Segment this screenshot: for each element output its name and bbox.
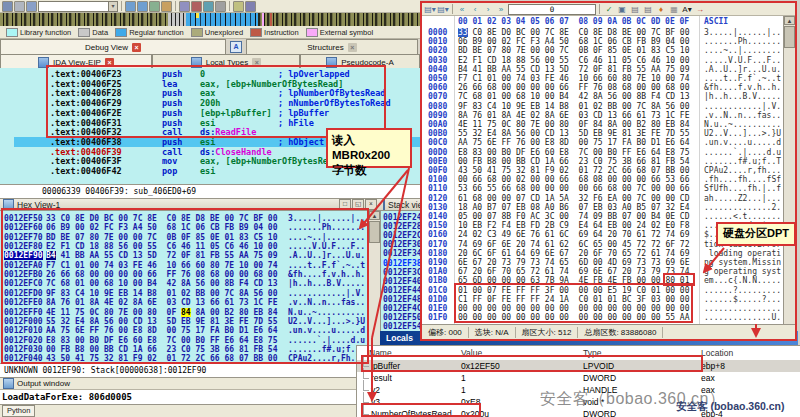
hex-row[interactable]: 0012F00055 32 E4 8A 56 00 CD 13 5D EB 9E… (0, 317, 380, 326)
nav-forward-icon[interactable] (137, 1, 148, 12)
disasm-row[interactable]: .text:00406F2Epush[ebp+lpBuffer]; lpBuff… (14, 108, 420, 118)
locals-row[interactable]: lpBuffer0x12EF50LPVOIDebp+8 (357, 360, 800, 372)
search-icon[interactable] (245, 1, 256, 12)
stack-row[interactable]: 0012EF24 (383, 213, 421, 222)
go-forward-icon[interactable]: › (482, 4, 494, 15)
scroll-thumb[interactable] (784, 26, 795, 48)
exit-icon[interactable]: → (694, 4, 706, 15)
hex-row[interactable]: 010000 66 68 00 02 00 00 66 68 08 00 00 … (422, 175, 795, 184)
stack-row[interactable]: 0012EF30 (383, 240, 421, 249)
close-icon[interactable]: × (105, 58, 114, 67)
font-icon[interactable]: A▾ (681, 4, 693, 15)
close-icon[interactable]: × (252, 58, 261, 67)
hex-row[interactable]: 00D0E8 83 00 B0 DF E6 60 E8 7C 00 B0 FF … (422, 148, 795, 157)
font-a-icon[interactable]: A (230, 41, 242, 53)
debugger-icon[interactable] (179, 1, 190, 12)
hex-row[interactable]: 00809F 83 C4 10 9E EB 14 B8 01 02 BB 00 … (422, 102, 795, 111)
hex-row[interactable]: 0012F04043 50 41 75 32 81 F9 02 01 72 2C… (0, 354, 380, 363)
hex-row[interactable]: 01B065 6D 00 00 00 63 7B 9A 4E FB 4E FB … (422, 276, 795, 285)
nav-back-icon[interactable] (125, 1, 136, 12)
pause-icon[interactable] (161, 1, 172, 12)
burn-icon[interactable]: ♦ (655, 4, 667, 15)
save-icon[interactable]: ▣ (616, 4, 628, 15)
locals-col-type[interactable]: Type (583, 348, 601, 358)
close-icon[interactable]: × (348, 43, 357, 52)
hex-row[interactable]: 013018 A0 B7 07 EB 08 A0 B6 07 EB 03 A0 … (422, 203, 795, 212)
disasm-row[interactable]: .text:00406F23push0; lpOverlapped (14, 69, 420, 79)
python-prompt[interactable]: Python (2, 405, 35, 417)
tab-pseudocode-a[interactable]: Pseudocode-A (300, 54, 420, 69)
close-icon[interactable]: × (132, 43, 141, 52)
calculator-icon[interactable]: ▦ (668, 4, 680, 15)
stack-row[interactable]: 0012EF34 (383, 249, 421, 258)
hexview-titlebar[interactable]: Hex View-1 □ ◱ × (0, 198, 380, 211)
navigation-band[interactable] (0, 13, 420, 27)
hex-row[interactable]: 0050F7 C1 01 00 74 03 FE 46 10 66 60 80 … (422, 74, 795, 83)
stackview-body[interactable]: 0012EF240012EF280012EF2C0012EF300012EF34… (380, 211, 421, 331)
tab-debug-view[interactable]: Debug View × (0, 39, 226, 54)
tab-ida-view-eip[interactable]: IDA View-EIP × (0, 54, 152, 69)
new-file-icon[interactable] (2, 1, 13, 12)
stack-row[interactable]: 0012EF48 (383, 295, 421, 304)
hex-row[interactable]: 0012EFA0F7 C1 01 00 74 03 FE 46 10 66 60… (0, 261, 380, 270)
stack-row[interactable]: 0012EF3C (383, 268, 421, 277)
hex-row[interactable]: 011053 66 55 66 68 00 00 00 00 66 68 00 … (422, 184, 795, 193)
hex-editor-scrollbar[interactable]: ▲ (783, 16, 795, 324)
hex-row[interactable]: 00E000 FB B8 00 BB CD 1A 66 23 C0 75 3B … (422, 157, 795, 166)
step-over-icon[interactable] (215, 1, 226, 12)
maximize-icon[interactable]: □ (339, 199, 351, 210)
hex-row[interactable]: 006026 66 68 00 00 00 00 66 FF 76 08 68 … (422, 83, 795, 92)
hex-row[interactable]: 01A067 20 6F 70 65 72 61 74 69 6E 67 20 … (422, 267, 795, 276)
address-combo[interactable]: ▾ (38, 1, 118, 12)
hex-row[interactable]: 00908A 76 01 8A 4E 02 8A 6E 03 CD 13 66 … (422, 111, 795, 120)
disasm-row[interactable]: .text:00406F31pushesi; hFile (14, 118, 420, 128)
doc-check-icon[interactable]: ✓ (603, 4, 615, 15)
stack-row[interactable]: 0012EF4C (383, 304, 421, 313)
hex-row[interactable]: 00C0AA 75 6E FF 76 00 E8 8D 00 75 17 FA … (422, 138, 795, 147)
hex-row[interactable]: 0012EF90B4 41 BB AA 55 CD 13 5D 72 0F 81… (0, 251, 380, 260)
stack-row[interactable]: 0012EF38 (383, 259, 421, 268)
breakpoint-icon[interactable] (233, 1, 244, 12)
locals-col-value[interactable]: Value (461, 348, 482, 358)
hex-row[interactable]: 00707C 68 01 00 68 10 00 B4 42 8A 56 00 … (422, 92, 795, 101)
go-back-icon[interactable]: ‹ (469, 4, 481, 15)
run-icon[interactable] (149, 1, 160, 12)
locals-col-location[interactable]: Location (701, 348, 733, 358)
save-icon[interactable] (26, 1, 37, 12)
disasm-row[interactable]: .text:00406F28pusheax; lpNumberOfBytesRe… (14, 88, 420, 98)
hex-row[interactable]: 0012F010AA 75 6E FF 76 00 E8 8D 00 75 17… (0, 326, 380, 335)
hex-row[interactable]: 01E000 00 00 00 00 00 00 00 00 00 00 00 … (422, 304, 795, 313)
hex-row[interactable]: 012061 68 00 00 07 CD 1A 5A 32 F6 EA 00 … (422, 194, 795, 203)
hex-row[interactable]: 0020BD BE 07 80 7E 00 00 7C 0B 0F 85 0E … (422, 46, 795, 55)
hex-row[interactable]: 0040B4 41 BB AA 55 CD 13 5D 72 0F 81 FB … (422, 65, 795, 74)
float-icon[interactable]: ◱ (352, 199, 364, 210)
scroll-up-icon[interactable]: ▲ (784, 16, 795, 25)
locals-col-name[interactable]: Name (369, 348, 392, 358)
hex-row[interactable]: 0012EFC07C 68 01 00 68 10 00 B4 42 8A 56… (0, 279, 380, 288)
disasm-row[interactable]: .text:00406F25leaeax, [ebp+NumberOfBytes… (14, 79, 420, 89)
view-dropdown2-icon[interactable]: ▤▾ (437, 4, 449, 15)
go-last-icon[interactable]: » (495, 4, 507, 15)
hex-row[interactable]: 000033 C0 8E D0 BC 00 7C 8E C0 8E D8 BE … (422, 28, 795, 37)
hex-row[interactable]: 0030E2 F1 CD 18 88 56 00 55 C6 46 11 05 … (422, 56, 795, 65)
view-dropdown-icon[interactable]: ▤▾ (424, 4, 436, 15)
hex-row[interactable]: 01C001 00 07 FE FF FF 3F 00 00 00 E5 19 … (422, 286, 795, 295)
stop-icon[interactable] (191, 1, 202, 12)
tab-structures[interactable]: Structures × (246, 39, 418, 54)
hex-row[interactable]: 018020 6C 6F 61 64 69 6E 67 20 6F 70 65 … (422, 249, 795, 258)
hexview-body[interactable]: ▲ 0012EF5033 C0 8E D0 BC 00 7C 8E C0 8E … (0, 211, 380, 363)
hex-row[interactable]: 00B055 32 E4 8A 56 00 CD 13 5D EB 9E 81 … (422, 129, 795, 138)
hex-row[interactable]: 00F043 50 41 75 32 81 F9 02 01 72 2C 66 … (422, 166, 795, 175)
stack-row[interactable]: 0012EF50 (383, 313, 421, 322)
hex-row[interactable]: 001006 B9 00 02 FC F3 A4 50 68 1C 06 CB … (422, 37, 795, 46)
hex-editor-window[interactable]: ▤▾▤▾«‹›»0✓▣▤▤♦▦A▾→ 00 01 02 03 04 05 06 … (420, 1, 797, 341)
hex-row[interactable]: 0012EFF04E 11 75 0C 80 7E 00 80 0F 84 8A… (0, 308, 380, 317)
locals-row[interactable]: result1DWORDeax (357, 372, 800, 384)
go-first-icon[interactable]: « (456, 4, 468, 15)
hex-row[interactable]: 01906E 67 20 73 79 73 74 65 6D 00 4D 69 … (422, 258, 795, 267)
hex-row[interactable]: 0012EFD09F 83 C4 10 9E EB 14 B8 01 02 BB… (0, 289, 380, 298)
hex-row[interactable]: 01F000 00 00 00 00 00 00 00 00 00 00 00 … (422, 313, 795, 322)
hex-row[interactable]: 00A04E 11 75 0C 80 7E 00 80 0F 84 8A 00 … (422, 120, 795, 129)
stack-row[interactable]: 0012EF2C (383, 231, 421, 240)
step-into-icon[interactable] (203, 1, 214, 12)
